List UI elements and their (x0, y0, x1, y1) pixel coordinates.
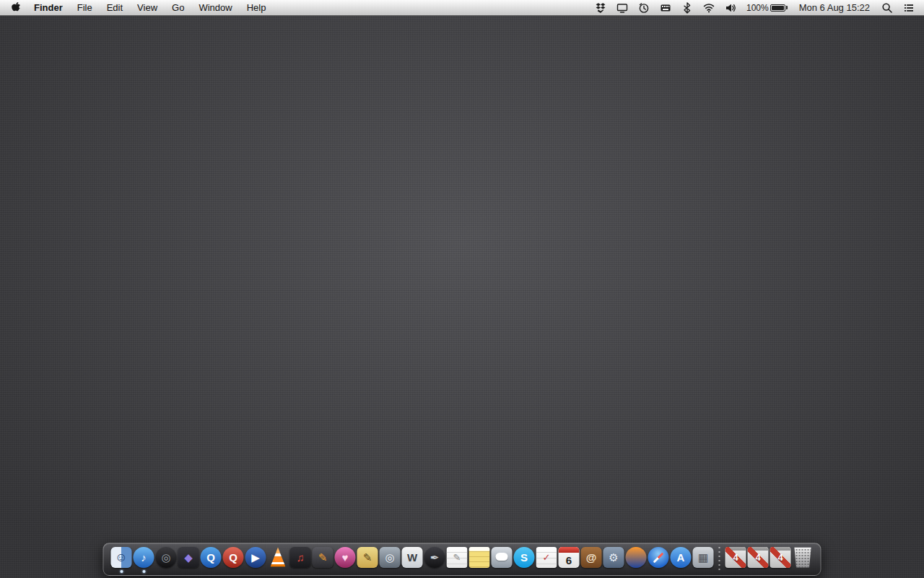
audio-app-glyph: ♫ (296, 552, 304, 563)
notes[interactable] (468, 546, 491, 573)
wifi-icon[interactable] (698, 0, 720, 15)
skype-icon: S (514, 547, 535, 568)
menu-file[interactable]: File (70, 0, 100, 15)
app-store[interactable]: A (670, 546, 692, 573)
battery-icon (770, 4, 788, 12)
menubar-menus: Finder File Edit View Go Window Help (0, 0, 273, 15)
design-tool[interactable]: ✎ (312, 546, 334, 573)
image-capture-glyph: ◎ (385, 552, 394, 563)
heart-sphere-app[interactable]: ♥ (334, 546, 357, 573)
battery-status[interactable]: 100% (741, 0, 793, 15)
reminders-glyph: ✓ (543, 553, 551, 562)
media-player-glyph: ▶ (251, 552, 260, 563)
dock-items: ☺♪◎◆QQ▶♫✎♥✎◎W✒✎S✓6@⚙A▦ (110, 546, 715, 573)
final-cut-pro-glyph: ◆ (184, 552, 193, 563)
media-player-icon: ▶ (245, 547, 266, 568)
minimized-window-2[interactable]: 4 (747, 546, 770, 573)
textedit[interactable]: ✎ (446, 546, 468, 573)
menu-edit[interactable]: Edit (100, 0, 130, 15)
finder-glyph: ☺ (115, 551, 127, 564)
calendar[interactable]: 6 (558, 546, 580, 573)
trash[interactable] (792, 546, 814, 573)
input-source-icon[interactable] (655, 0, 676, 15)
minimized-window-3[interactable]: 4 (770, 546, 792, 573)
minimized-window-1-glyph: 4 (733, 553, 738, 562)
quicktime-blue-glyph: Q (206, 552, 215, 563)
quicktime-blue-icon: Q (201, 547, 222, 568)
grid-app[interactable]: ▦ (692, 546, 715, 573)
pen-circle-app-icon: ✒ (424, 547, 445, 568)
textedit-glyph: ✎ (453, 553, 461, 562)
aperture[interactable]: ◎ (155, 546, 178, 573)
utility-app[interactable]: ⚙ (603, 546, 625, 573)
app-store-glyph: A (677, 552, 685, 563)
dropbox-icon[interactable] (590, 0, 611, 15)
volume-icon[interactable] (720, 0, 741, 15)
dock: ☺♪◎◆QQ▶♫✎♥✎◎W✒✎S✓6@⚙A▦ 444 (103, 543, 821, 576)
safari-icon (648, 547, 669, 568)
grid-app-glyph: ▦ (698, 552, 708, 563)
quicktime-red[interactable]: Q (222, 546, 245, 573)
itunes[interactable]: ♪ (133, 546, 155, 573)
calendar-glyph: 6 (566, 555, 572, 566)
pen-circle-app[interactable]: ✒ (424, 546, 446, 573)
sketch-pad-glyph: ✎ (363, 552, 372, 563)
minimized-window-2-icon: 4 (748, 547, 769, 568)
safari[interactable] (648, 546, 670, 573)
minimized-window-3-icon: 4 (770, 547, 791, 568)
sketch-pad[interactable]: ✎ (357, 546, 379, 573)
apple-menu[interactable] (0, 0, 31, 15)
word-w-glyph: W (407, 552, 417, 563)
word-w-icon: W (402, 547, 423, 568)
menu-help[interactable]: Help (240, 0, 274, 15)
audio-app[interactable]: ♫ (289, 546, 312, 573)
final-cut-pro-icon: ◆ (178, 547, 199, 568)
final-cut-pro[interactable]: ◆ (178, 546, 200, 573)
itunes-glyph: ♪ (141, 552, 147, 563)
menubar-status: 100% Mon 6 Aug 15:22 (590, 0, 924, 15)
skype[interactable]: S (513, 546, 536, 573)
menubar-clock[interactable]: Mon 6 Aug 15:22 (793, 0, 876, 15)
minimized-window-1-icon: 4 (725, 547, 746, 568)
utility-app-glyph: ⚙ (609, 552, 618, 563)
word-w[interactable]: W (401, 546, 424, 573)
battery-percentage: 100% (746, 3, 770, 13)
reminders[interactable]: ✓ (536, 546, 558, 573)
menu-go[interactable]: Go (165, 0, 191, 15)
minimized-window-3-glyph: 4 (777, 553, 783, 562)
running-indicator (142, 570, 145, 573)
menu-window[interactable]: Window (191, 0, 239, 15)
heart-sphere-app-icon: ♥ (335, 547, 356, 568)
vlc[interactable] (267, 546, 289, 573)
time-machine-icon[interactable] (633, 0, 655, 15)
grid-app-icon: ▦ (693, 547, 714, 568)
firefox[interactable] (625, 546, 648, 573)
media-player[interactable]: ▶ (245, 546, 267, 573)
dock-divider[interactable] (719, 547, 720, 573)
apple-icon (12, 1, 21, 14)
contacts[interactable]: @ (580, 546, 603, 573)
quicktime-red-icon: Q (223, 547, 244, 568)
design-tool-icon: ✎ (313, 547, 334, 568)
audio-app-icon: ♫ (290, 547, 311, 568)
bluetooth-icon[interactable] (676, 0, 698, 15)
minimized-window-1[interactable]: 4 (725, 546, 747, 573)
messages-icon (492, 547, 513, 568)
quicktime-blue[interactable]: Q (200, 546, 222, 573)
desktop[interactable] (0, 0, 924, 578)
aperture-icon: ◎ (156, 547, 177, 568)
finder[interactable]: ☺ (110, 546, 133, 573)
vlc-icon (268, 547, 289, 568)
menu-view[interactable]: View (130, 0, 165, 15)
quicktime-red-glyph: Q (229, 552, 237, 563)
notification-center-icon[interactable] (898, 0, 920, 15)
aperture-glyph: ◎ (161, 552, 170, 563)
display-mirroring-icon[interactable] (611, 0, 633, 15)
design-tool-glyph: ✎ (318, 552, 328, 563)
menu-finder[interactable]: Finder (31, 0, 70, 15)
image-capture[interactable]: ◎ (379, 546, 401, 573)
messages[interactable] (491, 546, 513, 573)
spotlight-icon[interactable] (876, 0, 898, 15)
contacts-icon: @ (581, 547, 602, 568)
reminders-icon: ✓ (536, 547, 557, 568)
